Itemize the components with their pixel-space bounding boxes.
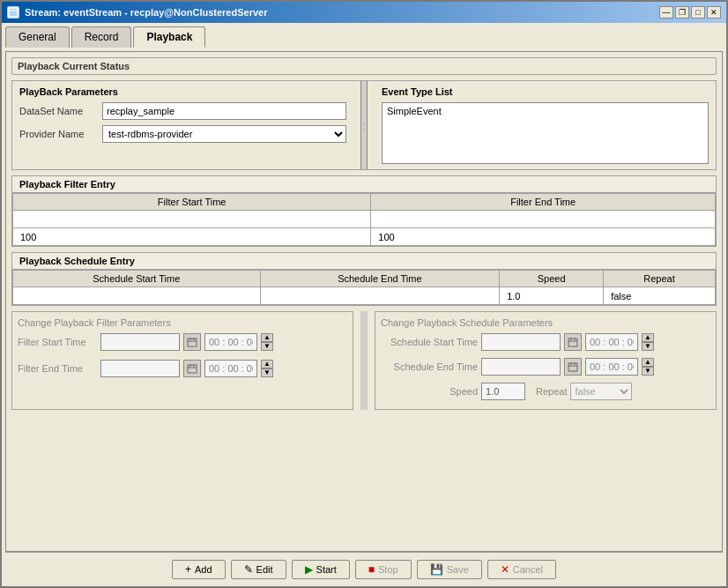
edit-button[interactable]: ✎ Edit bbox=[231, 560, 286, 579]
main-window: Stream: eventStream - recplay@NonCluster… bbox=[0, 0, 728, 588]
repeat-select[interactable]: false true bbox=[570, 383, 632, 400]
sched-col1-header: Schedule Start Time bbox=[13, 271, 261, 287]
filter-start-up[interactable]: ▲ bbox=[261, 333, 273, 342]
filter-start-time[interactable] bbox=[204, 333, 257, 351]
sched-start-cal-button[interactable] bbox=[564, 333, 582, 351]
filter-r1-c1 bbox=[13, 211, 371, 228]
tab-record[interactable]: Record bbox=[71, 26, 132, 48]
filter-col2-header: Filter End Time bbox=[371, 194, 716, 211]
minimize-button[interactable]: — bbox=[659, 6, 673, 19]
playback-status-header: Playback Current Status bbox=[11, 57, 717, 75]
svg-rect-14 bbox=[568, 363, 577, 371]
dataset-label: DataSet Name bbox=[19, 106, 99, 116]
filter-end-label: Filter End Time bbox=[18, 363, 97, 374]
sched-end-time[interactable] bbox=[585, 358, 638, 376]
filter-r2-c2: 100 bbox=[371, 228, 716, 246]
dataset-input[interactable] bbox=[102, 102, 346, 120]
provider-select[interactable]: test-rdbms-provider bbox=[102, 125, 346, 143]
edit-label: Edit bbox=[256, 564, 273, 575]
stop-button[interactable]: ■ Stop bbox=[355, 560, 412, 579]
start-button[interactable]: ▶ Start bbox=[292, 560, 350, 579]
filter-title: Playback Filter Entry bbox=[12, 176, 716, 193]
sched-end-cal-button[interactable] bbox=[564, 358, 582, 376]
cancel-button[interactable]: ✕ Cancel bbox=[487, 560, 556, 579]
filter-row-1 bbox=[13, 211, 716, 228]
save-label: Save bbox=[447, 564, 469, 575]
playback-schedule-section: Playback Schedule Entry Schedule Start T… bbox=[11, 252, 717, 306]
params-event-row: PlayBack Parameters DataSet Name Provide… bbox=[11, 80, 717, 170]
tab-general[interactable]: General bbox=[5, 26, 70, 48]
sched-r1-c4: false bbox=[604, 287, 716, 305]
playback-params-title: PlayBack Parameters bbox=[19, 86, 346, 97]
sched-end-row: Schedule End Time bbox=[381, 358, 710, 376]
sched-start-label: Schedule Start Time bbox=[381, 337, 478, 347]
stop-label: Stop bbox=[378, 564, 398, 575]
sched-end-down[interactable]: ▼ bbox=[642, 367, 654, 376]
schedule-title: Playback Schedule Entry bbox=[12, 253, 716, 270]
change-schedule-title: Change Playback Schedule Parameters bbox=[381, 317, 710, 328]
sched-start-spinner: ▲ ▼ bbox=[642, 333, 654, 351]
sched-end-spinner: ▲ ▼ bbox=[642, 358, 654, 376]
speed-repeat-row: Speed Repeat false true bbox=[381, 383, 710, 400]
sched-end-date[interactable] bbox=[481, 358, 561, 376]
sched-start-down[interactable]: ▼ bbox=[642, 342, 654, 351]
filter-start-row: Filter Start Time bbox=[18, 333, 347, 351]
restore-button[interactable]: ❐ bbox=[675, 6, 689, 19]
window-icon bbox=[7, 6, 19, 19]
tab-playback[interactable]: Playback bbox=[133, 26, 205, 48]
filter-col1-header: Filter Start Time bbox=[13, 194, 371, 211]
speed-input[interactable] bbox=[481, 383, 525, 400]
filter-start-label: Filter Start Time bbox=[18, 337, 97, 347]
change-filter-title: Change Playback Filter Parameters bbox=[18, 317, 347, 328]
cancel-icon: ✕ bbox=[501, 563, 509, 576]
filter-r2-c1: 100 bbox=[13, 228, 371, 246]
sched-start-row: Schedule Start Time bbox=[381, 333, 710, 351]
content-area: General Record Playback Playback Current… bbox=[2, 23, 726, 586]
event-type-title: Event Type List bbox=[382, 86, 709, 97]
add-button[interactable]: + Add bbox=[172, 560, 226, 579]
start-icon: ▶ bbox=[305, 563, 313, 576]
filter-end-spinner: ▲ ▼ bbox=[261, 360, 273, 377]
scroll-divider[interactable]: ⋮ bbox=[360, 81, 368, 169]
filter-end-row: Filter End Time bbox=[18, 360, 347, 377]
cancel-label: Cancel bbox=[513, 564, 543, 575]
window-title: Stream: eventStream - recplay@NonCluster… bbox=[25, 7, 267, 18]
sched-col2-header: Schedule End Time bbox=[260, 271, 500, 287]
event-listbox-item[interactable]: SimpleEvent bbox=[384, 105, 706, 117]
save-button[interactable]: 💾 Save bbox=[417, 560, 482, 579]
sched-start-up[interactable]: ▲ bbox=[642, 333, 654, 342]
filter-row-2: 100 100 bbox=[13, 228, 716, 246]
vertical-divider bbox=[360, 311, 368, 410]
filter-start-date[interactable] bbox=[100, 333, 180, 351]
filter-params-form: Filter Start Time bbox=[18, 333, 347, 383]
sched-start-date[interactable] bbox=[481, 333, 561, 351]
sched-start-time[interactable] bbox=[585, 333, 638, 351]
filter-end-up[interactable]: ▲ bbox=[261, 360, 273, 368]
filter-start-down[interactable]: ▼ bbox=[261, 342, 273, 351]
close-button[interactable]: ✕ bbox=[707, 6, 721, 19]
filter-end-cal-button[interactable] bbox=[183, 360, 201, 377]
filter-r1-c2 bbox=[371, 211, 716, 228]
svg-rect-10 bbox=[568, 339, 577, 346]
add-icon: + bbox=[185, 563, 191, 576]
provider-label: Provider Name bbox=[19, 129, 99, 139]
filter-end-date[interactable] bbox=[100, 360, 180, 377]
title-buttons: — ❐ □ ✕ bbox=[659, 6, 721, 19]
change-schedule-params: Change Playback Schedule Parameters Sche… bbox=[375, 311, 717, 410]
filter-start-cal-button[interactable] bbox=[183, 333, 201, 351]
playback-filter-section: Playback Filter Entry Filter Start Time … bbox=[11, 175, 717, 247]
start-label: Start bbox=[316, 564, 337, 575]
sched-r1-c1 bbox=[13, 287, 261, 305]
filter-end-down[interactable]: ▼ bbox=[261, 368, 273, 377]
bottom-sections: Change Playback Filter Parameters Filter… bbox=[11, 311, 717, 410]
maximize-button[interactable]: □ bbox=[691, 6, 705, 19]
event-listbox[interactable]: SimpleEvent bbox=[382, 102, 709, 164]
title-bar-left: Stream: eventStream - recplay@NonCluster… bbox=[7, 6, 267, 19]
save-icon: 💾 bbox=[430, 563, 443, 576]
sched-col4-header: Repeat bbox=[604, 271, 716, 287]
filter-end-time[interactable] bbox=[204, 360, 257, 377]
sched-col3-header: Speed bbox=[500, 271, 604, 287]
filter-table: Filter Start Time Filter End Time 100 10… bbox=[12, 193, 716, 246]
stop-icon: ■ bbox=[368, 563, 375, 576]
sched-end-up[interactable]: ▲ bbox=[642, 358, 654, 367]
